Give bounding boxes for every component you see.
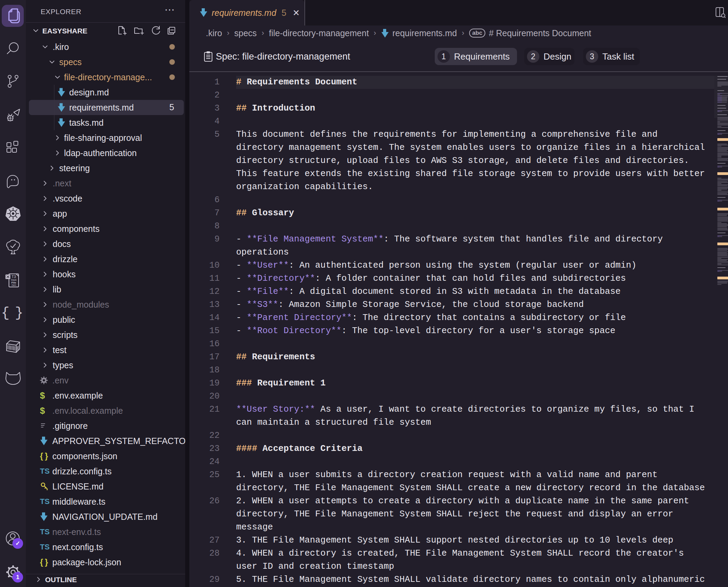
svg-text:Stack: Stack — [11, 279, 17, 281]
svg-text:Gen: Gen — [11, 284, 16, 286]
svg-text:T3: T3 — [11, 275, 16, 279]
